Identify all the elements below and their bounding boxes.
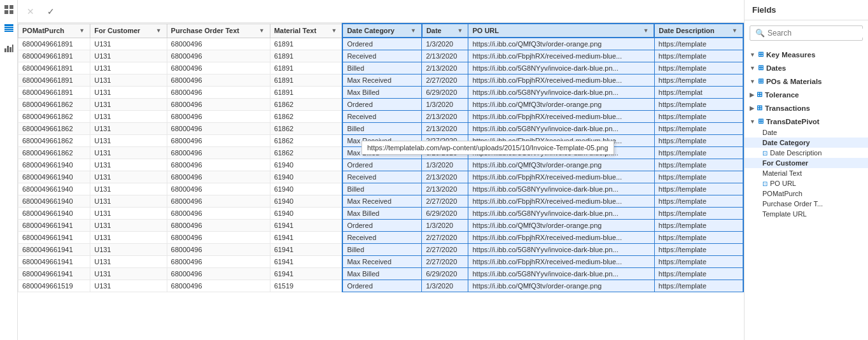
table-row: 6800049661941U1316800049661941Billed2/27… [18,244,744,256]
field-item-date-category[interactable]: Date Category [745,138,868,148]
cell-PurchaseOrderText: 68000496 [167,50,270,62]
field-item-material-text[interactable]: Material Text [745,168,868,178]
cell-MaterialText: 61862 [270,111,342,123]
cell-POMatPurch: 6800049661941 [18,220,90,232]
sidebar-icon-grid[interactable] [2,3,16,17]
field-item-for-customer[interactable]: For Customer [745,158,868,168]
table-wrapper[interactable]: POMatPurch ▼ For Customer ▼ [18,23,744,340]
fields-panel: Fields 🔍 ▼⊞Key Measures▼⊞Dates▼⊞POs & Ma… [744,0,868,340]
search-input[interactable] [767,29,863,38]
col-label-PurchaseOrderText: Purchase Order Text [171,27,239,34]
cell-POMatPurch: 6800049661862 [18,147,90,159]
filter-Date[interactable]: ▼ [456,27,465,34]
cell-ForCustomer: U131 [90,38,167,50]
svg-rect-9 [7,46,9,52]
field-item-label: POMatPurch [762,190,802,197]
cell-POURL: https://i.ibb.co/5G8NYyv/invoice-dark-bl… [468,208,654,220]
field-group-header-tolerance[interactable]: ▶⊞Tolerance [745,89,868,101]
cell-MaterialText: 61891 [270,74,342,87]
cell-MaterialText: 61519 [270,280,342,292]
svg-rect-3 [10,10,13,14]
cell-DateDescription: https://template [654,111,743,123]
col-header-DateDescription[interactable]: Date Description ▼ [654,24,743,38]
cell-Date: 2/27/2020 [422,195,468,208]
cell-POMatPurch: 6800049661941 [18,232,90,244]
col-header-Date[interactable]: Date ▼ [422,24,468,38]
cell-POMatPurch: 6800049661862 [18,135,90,147]
cell-POMatPurch: 6800049661891 [18,62,90,74]
cell-PurchaseOrderText: 68000496 [167,38,270,50]
cell-POURL: https://i.ibb.co/5G8NYyv/invoice-dark-bl… [468,87,654,99]
cell-DateCategory: Ordered [342,220,421,232]
field-group-header-transdatepivot[interactable]: ▼⊞TransDatePivot [745,115,868,127]
col-header-PurchaseOrderText[interactable]: Purchase Order Text ▼ [167,24,270,38]
field-item-template-url[interactable]: Template URL [745,209,868,219]
cell-MaterialText: 61891 [270,87,342,99]
field-group-transactions: ▶⊞Transactions [745,102,868,114]
filter-PurchaseOrderText[interactable]: ▼ [258,27,266,34]
cell-POMatPurch: 6800049661940 [18,183,90,195]
measure-icon: ⊡ [762,180,767,187]
field-item-date[interactable]: Date [745,127,868,138]
cell-POMatPurch: 6800049661862 [18,99,90,111]
field-item-purchase-order-t...[interactable]: Purchase Order T... [745,199,868,209]
col-label-DateCategory: Date Category [347,27,395,34]
filter-POURL[interactable]: ▼ [641,27,650,34]
cell-POURL: https://i.ibb.co/5G8NYyv/invoice-dark-bl… [468,183,654,195]
col-header-MaterialText[interactable]: Material Text ▼ [270,24,342,38]
table-container: POMatPurch ▼ For Customer ▼ [18,23,744,340]
table-row: 6800049661862U1316800049661862Billed2/13… [18,123,744,135]
col-header-POURL[interactable]: PO URL ▼ [468,24,654,38]
cell-DateCategory: Received [342,232,421,244]
cell-MaterialText: 61891 [270,62,342,74]
main-area: ✕ ✓ POMatPurch ▼ [18,0,744,340]
field-group-header-transactions[interactable]: ▶⊞Transactions [745,102,868,114]
cell-DateDescription: https://template [654,183,743,195]
cell-DateCategory: Max Billed [342,208,421,220]
cell-POMatPurch: 6800049661941 [18,256,90,268]
filter-DateDescription[interactable]: ▼ [731,27,739,34]
close-button[interactable]: ✕ [23,4,38,19]
sidebar-icon-visual[interactable] [2,41,16,55]
table-body: 6800049661891U1316800049661891Ordered1/3… [18,38,744,292]
filter-POMatPurch[interactable]: ▼ [78,27,86,34]
field-group-label: POs & Materials [766,78,822,85]
col-header-ForCustomer[interactable]: For Customer ▼ [90,24,167,38]
sidebar-icon-table[interactable] [2,22,16,36]
cell-POMatPurch: 6800049661891 [18,74,90,87]
cell-DateDescription: https://template [654,135,743,147]
cell-POURL: https://i.ibb.co/QMfQ3tv/order-orange.pn… [468,99,654,111]
cell-PurchaseOrderText: 68000496 [167,268,270,280]
cell-DateCategory: Max Billed [342,87,421,99]
col-header-POMatPurch[interactable]: POMatPurch ▼ [18,24,90,38]
cell-PurchaseOrderText: 68000496 [167,183,270,195]
cell-MaterialText: 61941 [270,244,342,256]
col-header-DateCategory[interactable]: Date Category ▼ [342,24,421,38]
field-group-header-dates[interactable]: ▼⊞Dates [745,62,868,74]
cell-PurchaseOrderText: 68000496 [167,195,270,208]
cell-POURL: https://i.ibb.co/5G8NYyv/invoice-dark-bl… [468,123,654,135]
cell-Date: 1/3/2020 [422,159,468,171]
filter-ForCustomer[interactable]: ▼ [155,27,163,34]
field-item-po-url[interactable]: ⊡PO URL [745,178,868,188]
fields-search-box[interactable]: 🔍 [750,25,863,41]
cell-DateCategory: Received [342,171,421,183]
field-group-header-key-measures[interactable]: ▼⊞Key Measures [745,48,868,60]
measure-icon: ⊡ [762,150,767,157]
cell-Date: 2/13/2020 [422,62,468,74]
field-item-pomatpurch[interactable]: POMatPurch [745,188,868,199]
cell-DateCategory: Max Received [342,195,421,208]
table-row: 6800049661941U1316800049661941Received2/… [18,232,744,244]
field-group-header-pos-&-materials[interactable]: ▼⊞POs & Materials [745,75,868,87]
filter-DateCategory[interactable]: ▼ [409,27,417,34]
cell-ForCustomer: U131 [90,99,167,111]
table-row: 6800049661941U1316800049661941Max Billed… [18,268,744,280]
field-item-label: Material Text [762,169,802,177]
field-item-date-description[interactable]: ⊡Date Description [745,148,868,158]
check-button[interactable]: ✓ [43,4,59,19]
cell-MaterialText: 61862 [270,147,342,159]
cell-PurchaseOrderText: 68000496 [167,244,270,256]
chevron-icon: ▼ [750,78,755,85]
table-header-row: POMatPurch ▼ For Customer ▼ [18,24,744,38]
filter-MaterialText[interactable]: ▼ [330,27,338,34]
